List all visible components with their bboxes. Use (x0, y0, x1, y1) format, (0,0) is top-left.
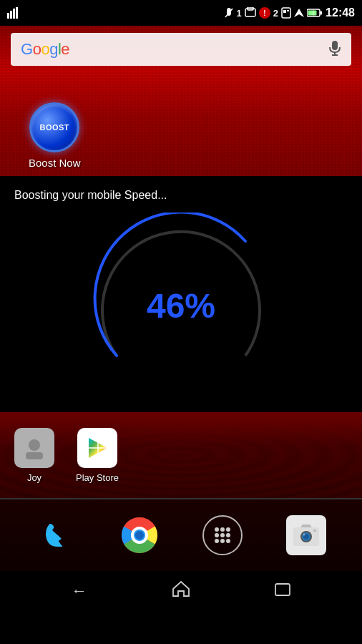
svg-point-34 (215, 533, 219, 537)
boosting-status-text: Boosting your mobile Speed... (14, 189, 167, 202)
dock-phone[interactable] (36, 515, 76, 555)
svg-point-35 (220, 533, 225, 537)
svg-marker-10 (294, 9, 304, 17)
boost-widget: BOOST Boost Now (29, 102, 81, 169)
mute-icon (224, 7, 234, 19)
svg-rect-20 (26, 452, 43, 459)
svg-point-37 (215, 539, 219, 543)
progress-container: 46% (14, 216, 348, 395)
search-bar[interactable]: Google (11, 33, 351, 66)
microphone-icon[interactable] (328, 40, 341, 59)
svg-point-38 (220, 539, 225, 543)
status-left-icons (7, 7, 20, 19)
play-store-icon (77, 428, 117, 468)
battery-icon (307, 9, 323, 17)
dock-camera[interactable] (286, 515, 326, 555)
boost-button[interactable]: BOOST (29, 102, 79, 152)
notification-icon (245, 7, 256, 19)
svg-rect-8 (283, 10, 286, 13)
svg-rect-12 (321, 11, 323, 15)
svg-rect-2 (13, 9, 15, 19)
svg-rect-0 (7, 13, 9, 19)
app-play-store[interactable]: Play Store (76, 428, 119, 483)
svg-rect-9 (287, 10, 289, 11)
svg-point-44 (303, 534, 305, 536)
boost-progress-section: Boosting your mobile Speed... 46% (0, 176, 362, 412)
boost-caption: Boost Now (29, 157, 81, 169)
status-right-icons: 1 ! 2 12:48 (224, 6, 355, 19)
app-joy-label: Joy (27, 472, 41, 483)
signal-bars-icon (7, 7, 20, 19)
google-logo: Google (21, 40, 69, 59)
svg-rect-15 (332, 41, 338, 50)
warning-badge: ! (259, 7, 270, 19)
dock-chrome[interactable] (119, 515, 160, 555)
sim-icon (281, 7, 291, 19)
svg-rect-1 (10, 11, 12, 19)
svg-point-39 (226, 539, 230, 543)
svg-point-32 (220, 527, 225, 532)
apps-section: Joy (0, 412, 362, 498)
svg-point-19 (29, 439, 40, 451)
svg-rect-46 (275, 584, 290, 595)
home-button[interactable] (172, 581, 190, 601)
svg-rect-13 (308, 11, 317, 16)
joy-icon (14, 428, 54, 468)
svg-point-31 (215, 527, 219, 532)
recents-button[interactable] (275, 582, 290, 600)
sim-count: 2 (273, 8, 278, 19)
status-time: 12:48 (326, 6, 355, 19)
app-play-store-label: Play Store (76, 472, 119, 483)
wallpaper-top: Google BOOST Boost Now (0, 26, 362, 176)
back-button[interactable]: ← (72, 582, 87, 600)
signal-arrow-icon (294, 7, 304, 19)
nav-bar: ← (0, 571, 362, 611)
progress-percent: 46% (147, 286, 215, 326)
dock (0, 499, 362, 571)
app-joy[interactable]: Joy (14, 428, 54, 483)
svg-rect-7 (282, 8, 290, 18)
svg-rect-3 (16, 7, 18, 19)
dock-apps-grid[interactable] (202, 515, 243, 555)
status-bar: 1 ! 2 12:48 (0, 0, 362, 26)
svg-point-36 (226, 533, 230, 537)
svg-rect-45 (313, 530, 316, 532)
svg-point-30 (135, 531, 144, 540)
notification-count: 1 (237, 8, 242, 19)
boost-button-label: BOOST (39, 123, 69, 132)
svg-point-33 (226, 527, 230, 532)
